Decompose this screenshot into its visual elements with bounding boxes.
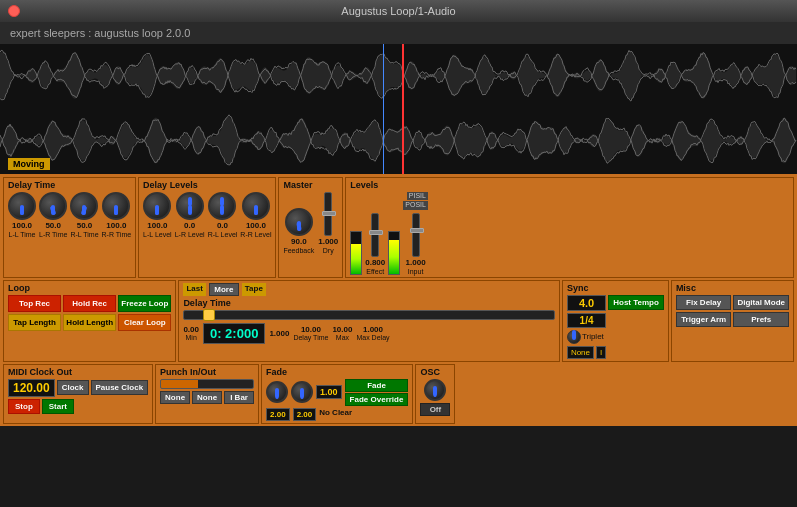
delay-slider-thumb[interactable]: [203, 309, 215, 321]
rr-time-group: 100.0 R-R Time: [102, 192, 132, 239]
rl-time-group: 50.0 R-L Time: [70, 192, 98, 239]
feedback-knob[interactable]: [285, 208, 313, 236]
stop-button[interactable]: Stop: [8, 399, 40, 414]
digital-mode-button[interactable]: Digital Mode: [733, 295, 789, 310]
start-button[interactable]: Start: [42, 399, 74, 414]
punch-none2-button[interactable]: None: [192, 391, 222, 404]
rl-level-name: R-L Level: [208, 231, 238, 238]
ll-level-knob[interactable]: [143, 192, 171, 220]
input-fader-thumb[interactable]: [410, 228, 424, 233]
rl-time-knob[interactable]: [70, 192, 98, 220]
ll-time-group: 100.0 L-L Time: [8, 192, 36, 239]
loop-label: Loop: [8, 283, 171, 293]
max-val: 10.00: [332, 325, 352, 334]
midi-clock-panel: MIDI Clock Out 120.00 Clock Pause Clock …: [3, 364, 153, 424]
waveform-area: Moving: [0, 44, 797, 174]
max-label: Max: [336, 334, 349, 341]
feedback-val: 90.0: [291, 237, 307, 246]
delay-time-val: 10.00: [301, 325, 321, 334]
controls-row-3: MIDI Clock Out 120.00 Clock Pause Clock …: [3, 364, 794, 424]
one-bar-button[interactable]: I Bar: [224, 391, 254, 404]
midi-clock-label: MIDI Clock Out: [8, 367, 148, 377]
dry-name: Dry: [323, 247, 334, 254]
titlebar: Augustus Loop/1-Audio: [0, 0, 797, 22]
level-meter-2: [388, 231, 400, 275]
plugin-header: expert sleepers : augustus loop 2.0.0: [0, 22, 797, 44]
posil-label: POSIL: [403, 201, 428, 209]
misc-panel: Misc Fix Delay Digital Mode Trigger Arm …: [671, 280, 794, 362]
lr-level-val: 0.0: [184, 221, 195, 230]
fade-knob1[interactable]: [266, 381, 288, 403]
rr-level-knob[interactable]: [242, 192, 270, 220]
lr-time-val: 50.0: [45, 221, 61, 230]
level-meter: [350, 231, 362, 275]
punch-label: Punch In/Out: [160, 367, 254, 377]
master-label: Master: [283, 180, 338, 190]
osc-off-button[interactable]: Off: [420, 403, 450, 416]
rr-time-name: R-R Time: [102, 231, 132, 239]
rr-time-val: 100.0: [106, 221, 126, 230]
rl-level-val: 0.0: [217, 221, 228, 230]
effect-name: Effect: [366, 268, 384, 275]
fix-delay-button[interactable]: Fix Delay: [676, 295, 732, 310]
triplet-knob[interactable]: [567, 330, 581, 344]
fade-label: Fade: [266, 367, 408, 377]
triplet-label: Triplet: [582, 332, 604, 341]
clear-loop-button[interactable]: Clear Loop: [118, 314, 171, 331]
trigger-arm-button[interactable]: Trigger Arm: [676, 312, 732, 327]
rl-time-val: 50.0: [77, 221, 93, 230]
host-tempo-button[interactable]: Host Tempo: [608, 295, 664, 310]
rl-level-knob[interactable]: [208, 192, 236, 220]
delay-time-inner-label: Delay Time: [183, 298, 555, 308]
sync-panel: Sync 4.0 1/4 Triplet None I Host Tempo: [562, 280, 669, 362]
delay-slider[interactable]: [183, 310, 555, 320]
tap-length-button[interactable]: Tap Length: [8, 314, 61, 331]
effect-fader-thumb[interactable]: [369, 230, 383, 235]
punch-none1-button[interactable]: None: [160, 391, 190, 404]
pisil-label: PISIL: [407, 192, 428, 200]
lr-time-knob[interactable]: [39, 192, 67, 220]
no-clear-label: No Clear: [319, 408, 352, 421]
misc-label: Misc: [676, 283, 789, 293]
clock-button[interactable]: Clock: [57, 380, 89, 395]
rr-level-name: R-R Level: [240, 231, 271, 238]
pause-clock-button[interactable]: Pause Clock: [91, 380, 149, 395]
dry-fader-thumb[interactable]: [322, 211, 336, 216]
delay-time-section: Last More Tape Delay Time 0.00 Min 0: 2:…: [178, 280, 560, 362]
delay-levels-knobs: 100.0 L-L Level 0.0 L-R Level 0.0 R-L Le…: [143, 192, 271, 238]
lr-time-group: 50.0 L-R Time: [39, 192, 67, 239]
rr-time-knob[interactable]: [102, 192, 130, 220]
top-rec-button[interactable]: Top Rec: [8, 295, 61, 312]
beat-display: 4.0: [567, 295, 606, 311]
punch-panel: Punch In/Out None None I Bar: [155, 364, 259, 424]
hold-length-button[interactable]: Hold Length: [63, 314, 116, 331]
master-panel: Master 90.0 Feedback 1.000 Dry: [278, 177, 343, 278]
more-button[interactable]: More: [209, 283, 239, 296]
fade-knob2[interactable]: [291, 381, 313, 403]
playhead-red: [402, 44, 404, 174]
feedback-name: Feedback: [283, 247, 314, 254]
punch-slider[interactable]: [160, 379, 254, 389]
hold-rec-button[interactable]: Hold Rec: [63, 295, 116, 312]
time-display: 0: 2:000: [203, 323, 265, 344]
freeze-loop-button[interactable]: Freeze Loop: [118, 295, 171, 312]
close-button[interactable]: [8, 5, 20, 17]
division-display: 1/4: [567, 313, 606, 328]
fade-button[interactable]: Fade: [345, 379, 409, 392]
lr-time-name: L-R Time: [39, 231, 67, 239]
osc-label: OSC: [420, 367, 450, 377]
ll-time-knob[interactable]: [8, 192, 36, 220]
i-display: I: [596, 346, 606, 359]
moving-label: Moving: [8, 158, 50, 170]
prefs-button[interactable]: Prefs: [733, 312, 789, 327]
fade-panel: Fade 1.00 Fade Fade Override 2.00 2.00: [261, 364, 413, 424]
max-delay-val: 1.000: [363, 325, 383, 334]
osc-knob[interactable]: [424, 379, 446, 401]
rl-time-name: R-L Time: [70, 231, 98, 239]
lr-level-knob[interactable]: [176, 192, 204, 220]
input-name: Input: [408, 268, 424, 275]
ll-level-name: L-L Level: [143, 231, 172, 238]
loop-panel: Loop Top Rec Hold Rec Freeze Loop Tap Le…: [3, 280, 176, 362]
fade-override-button[interactable]: Fade Override: [345, 393, 409, 406]
max-delay-label: Max Delay: [356, 334, 389, 341]
